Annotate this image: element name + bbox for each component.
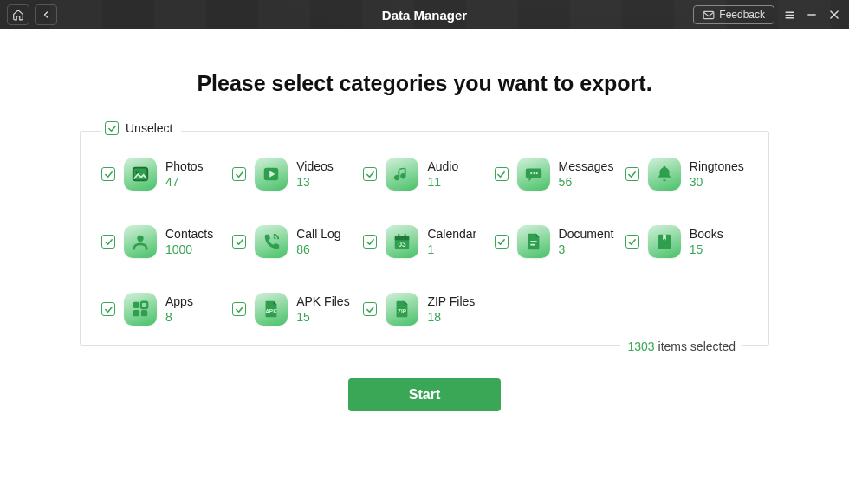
calendar-icon: 03 [386,225,418,258]
category-apk[interactable]: APK APK Files 15 [232,293,354,326]
check-icon [496,237,506,247]
check-icon [235,237,244,247]
category-label: Document [559,226,614,242]
category-checkbox[interactable] [625,235,639,249]
category-checkbox[interactable] [232,167,246,181]
check-icon [235,305,244,314]
check-icon [235,170,244,179]
home-button[interactable] [7,4,29,25]
svg-point-12 [533,172,535,174]
category-count: 18 [427,309,475,325]
unselect-all[interactable]: Unselect [101,121,181,135]
back-button[interactable] [35,4,57,25]
category-calendar[interactable]: 03 Calendar 1 [363,225,485,258]
feedback-label: Feedback [719,9,765,21]
category-checkbox[interactable] [363,235,377,249]
svg-rect-25 [133,302,139,308]
category-audio[interactable]: Audio 11 [363,158,485,191]
check-icon [366,170,375,179]
minimize-button[interactable] [804,7,820,23]
check-icon [104,170,113,179]
titlebar: Data Manager Feedback [0,0,849,29]
main-content: Please select categories you want to exp… [0,71,849,411]
category-count: 11 [427,174,458,190]
category-checkbox[interactable] [363,167,377,181]
category-checkbox[interactable] [101,167,115,181]
category-checkbox[interactable] [625,167,639,181]
svg-rect-7 [133,168,148,181]
category-label: Audio [427,158,458,174]
category-calllog[interactable]: Call Log 86 [232,225,354,258]
svg-text:03: 03 [399,241,407,249]
svg-rect-26 [141,302,147,308]
svg-text:ZIP: ZIP [398,308,407,314]
category-photos[interactable]: Photos 47 [101,158,224,191]
unselect-all-checkbox[interactable] [105,121,119,135]
svg-point-13 [535,172,537,174]
svg-point-11 [530,172,532,174]
category-count: 30 [690,174,744,190]
category-checkbox[interactable] [495,167,509,181]
svg-rect-27 [133,310,139,316]
category-count: 47 [165,174,204,190]
category-count: 86 [296,242,340,257]
videos-icon [255,158,288,191]
category-label: Contacts [165,226,213,242]
menu-icon [783,10,796,21]
start-button[interactable]: Start [348,378,501,411]
home-icon [14,10,23,20]
category-label: Calendar [427,226,476,242]
zip-icon: ZIP [386,293,418,326]
app-title: Data Manager [382,8,467,23]
check-icon [627,237,637,247]
document-icon [517,225,550,258]
check-icon [107,124,117,133]
svg-point-8 [136,171,139,173]
feedback-button[interactable]: Feedback [693,5,774,24]
category-label: Books [690,226,723,242]
category-label: Photos [165,158,204,174]
svg-rect-0 [703,11,714,18]
category-label: ZIP Files [427,294,475,309]
category-videos[interactable]: Videos 13 [232,158,354,191]
apps-icon [124,293,157,326]
category-count: 15 [690,242,723,257]
category-document[interactable]: Document 3 [495,225,617,258]
selection-suffix: items selected [655,339,736,353]
messages-icon [517,158,550,191]
category-count: 13 [296,174,334,190]
category-messages[interactable]: Messages 56 [495,158,617,191]
category-contacts[interactable]: Contacts 1000 [101,225,224,258]
category-ringtones[interactable]: Ringtones 30 [625,158,748,191]
mail-icon [703,10,715,20]
category-zip[interactable]: ZIP ZIP Files 18 [363,293,485,326]
category-checkbox[interactable] [101,235,115,249]
category-count: 3 [559,242,614,257]
category-grid: Photos 47 Videos 13 [101,158,748,326]
category-books[interactable]: Books 15 [625,225,748,258]
category-apps[interactable]: Apps 8 [101,293,224,326]
svg-point-14 [137,236,143,242]
close-button[interactable] [826,7,842,23]
category-checkbox[interactable] [363,302,377,316]
svg-rect-17 [399,234,400,238]
category-count: 1 [427,242,476,257]
category-label: Call Log [296,226,340,242]
audio-icon [386,158,418,191]
page-heading: Please select categories you want to exp… [40,71,809,96]
category-label: Apps [165,294,193,309]
category-checkbox[interactable] [101,302,115,316]
calllog-icon [255,225,288,258]
check-icon [104,305,113,314]
category-checkbox[interactable] [232,302,246,316]
category-count: 8 [165,309,193,325]
category-label: APK Files [296,294,349,309]
svg-rect-28 [141,310,147,316]
close-icon [828,9,840,21]
menu-button[interactable] [781,7,797,23]
category-checkbox[interactable] [232,235,246,249]
check-icon [366,305,375,314]
category-count: 56 [559,174,614,190]
category-checkbox[interactable] [495,235,509,249]
check-icon [104,237,113,247]
